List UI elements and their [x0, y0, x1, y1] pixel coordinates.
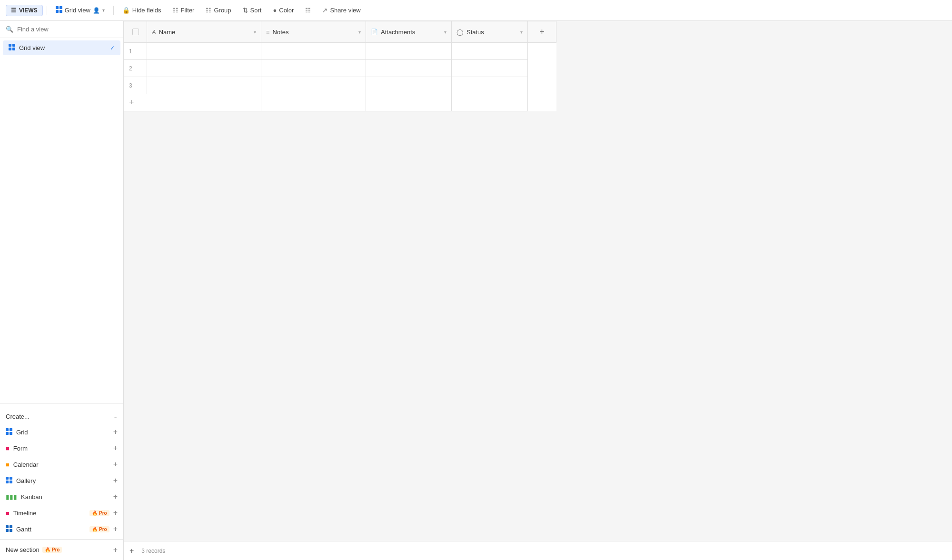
timeline-pro-badge: 🔥 Pro	[89, 510, 109, 516]
create-item-timeline[interactable]: ■ Timeline 🔥 Pro +	[0, 505, 123, 521]
gallery-create-icon	[6, 477, 12, 485]
col-header-status[interactable]: ◯ Status ▾	[452, 21, 528, 43]
create-section: Create... ⌄ Grid + ■ For	[0, 407, 123, 539]
col-header-attachments[interactable]: 📄 Attachments ▾	[366, 21, 452, 43]
svg-rect-7	[12, 48, 15, 50]
create-item-grid-plus[interactable]: +	[113, 428, 118, 436]
group-button[interactable]: ☷ Group	[201, 4, 236, 16]
col-header-name[interactable]: A Name ▾	[147, 21, 261, 43]
row-1-status[interactable]	[452, 43, 528, 60]
create-item-calendar-plus[interactable]: +	[113, 460, 118, 469]
svg-rect-8	[6, 428, 9, 431]
table-header-row: A Name ▾ ≡ Notes ▾	[124, 21, 556, 43]
svg-rect-6	[9, 48, 11, 50]
sort-button[interactable]: ⇅ Sort	[238, 4, 267, 16]
toolbar: ☰ VIEWS Grid view 👤 ▾ 🔒 Hide fields ☷ Fi…	[0, 0, 952, 21]
records-count: 3 records	[141, 548, 165, 554]
row-3-attachments[interactable]	[366, 77, 452, 94]
filter-icon: ☷	[173, 7, 178, 14]
svg-rect-19	[10, 529, 12, 532]
add-row-empty-attach	[366, 94, 452, 111]
create-item-kanban[interactable]: ▮▮▮ Kanban +	[0, 489, 123, 505]
create-item-grid[interactable]: Grid +	[0, 424, 123, 440]
search-input[interactable]	[17, 26, 118, 33]
create-item-gantt[interactable]: Gantt 🔥 Pro +	[0, 521, 123, 537]
views-button[interactable]: ☰ VIEWS	[6, 5, 43, 16]
timeline-pro-fire-icon: 🔥	[92, 511, 98, 516]
sort-icon: ⇅	[243, 7, 248, 14]
hide-fields-button[interactable]: 🔒 Hide fields	[118, 4, 166, 16]
new-section-pro-badge: 🔥 Pro	[42, 547, 62, 553]
filter-label: Filter	[181, 7, 195, 14]
create-item-gallery[interactable]: Gallery +	[0, 472, 123, 489]
row-3-name[interactable]	[147, 77, 261, 94]
create-item-kanban-plus[interactable]: +	[113, 492, 118, 501]
row-number-1: 1	[124, 43, 147, 60]
create-item-gallery-plus[interactable]: +	[113, 476, 118, 485]
col-header-add[interactable]: +	[528, 21, 556, 43]
svg-rect-12	[6, 477, 9, 480]
row-3-status[interactable]	[452, 77, 528, 94]
notes-col-label: Notes	[273, 29, 289, 36]
name-col-chevron[interactable]: ▾	[254, 29, 256, 35]
row-3-notes[interactable]	[261, 77, 366, 94]
filter-button[interactable]: ☷ Filter	[168, 4, 199, 16]
timeline-pro-text: Pro	[99, 511, 107, 516]
add-row-bottom-icon: +	[129, 547, 134, 555]
svg-rect-15	[10, 481, 12, 483]
kanban-create-icon: ▮▮▮	[6, 493, 17, 501]
sidebar: 🔍 Grid view ✓ Cre	[0, 21, 124, 560]
create-item-timeline-plus[interactable]: +	[113, 509, 118, 517]
share-view-icon: ↗	[322, 7, 327, 14]
group-icon: ☷	[206, 7, 211, 14]
add-column-button[interactable]: +	[528, 27, 556, 37]
gantt-pro-text: Pro	[99, 527, 107, 532]
new-section-fire-icon: 🔥	[45, 547, 50, 552]
sidebar-search-container: 🔍	[0, 21, 123, 38]
create-header[interactable]: Create... ⌄	[0, 409, 123, 424]
row-1-name[interactable]	[147, 43, 261, 60]
select-all-checkbox[interactable]	[132, 29, 139, 35]
hide-fields-label: Hide fields	[132, 7, 161, 14]
row-1-notes[interactable]	[261, 43, 366, 60]
add-row-button[interactable]: +	[124, 94, 261, 111]
attachments-col-icon: 📄	[371, 29, 378, 35]
svg-rect-16	[6, 525, 9, 528]
row-1-attachments[interactable]	[366, 43, 452, 60]
row-2-attachments[interactable]	[366, 60, 452, 77]
create-item-calendar[interactable]: ■ Calendar +	[0, 456, 123, 472]
toolbar-divider-1	[47, 6, 47, 15]
attachments-col-chevron[interactable]: ▾	[444, 29, 446, 35]
row-2-status[interactable]	[452, 60, 528, 77]
row-height-button[interactable]: ☷	[300, 4, 316, 16]
svg-rect-2	[56, 10, 59, 13]
new-section-plus-icon[interactable]: +	[113, 546, 118, 554]
row-2-notes[interactable]	[261, 60, 366, 77]
sidebar-item-grid-view[interactable]: Grid view ✓	[3, 40, 120, 55]
grid-table: A Name ▾ ≡ Notes ▾	[124, 21, 556, 111]
svg-rect-18	[6, 529, 9, 532]
row-2-name[interactable]	[147, 60, 261, 77]
share-view-button[interactable]: ↗ Share view	[317, 4, 365, 16]
color-icon: ●	[273, 7, 277, 14]
table-row: 1	[124, 43, 556, 60]
color-button[interactable]: ● Color	[268, 4, 298, 16]
svg-rect-13	[10, 477, 12, 480]
status-col-label: Status	[466, 29, 484, 36]
create-item-form-plus[interactable]: +	[113, 444, 118, 452]
create-item-timeline-label: Timeline	[13, 510, 86, 517]
color-label: Color	[279, 7, 294, 14]
sidebar-views-list: Grid view ✓	[0, 38, 123, 399]
svg-rect-14	[6, 481, 9, 483]
grid-view-tab[interactable]: Grid view 👤 ▾	[51, 4, 109, 17]
share-view-label: Share view	[330, 7, 360, 14]
name-col-label: Name	[159, 29, 176, 36]
create-item-gantt-plus[interactable]: +	[113, 525, 118, 533]
status-col-chevron[interactable]: ▾	[520, 29, 523, 35]
add-row-empty-notes	[261, 94, 366, 111]
col-header-notes[interactable]: ≡ Notes ▾	[261, 21, 366, 43]
add-row-empty-status	[452, 94, 528, 111]
create-item-form[interactable]: ■ Form +	[0, 440, 123, 456]
create-item-form-label: Form	[13, 445, 109, 452]
notes-col-chevron[interactable]: ▾	[358, 29, 361, 35]
